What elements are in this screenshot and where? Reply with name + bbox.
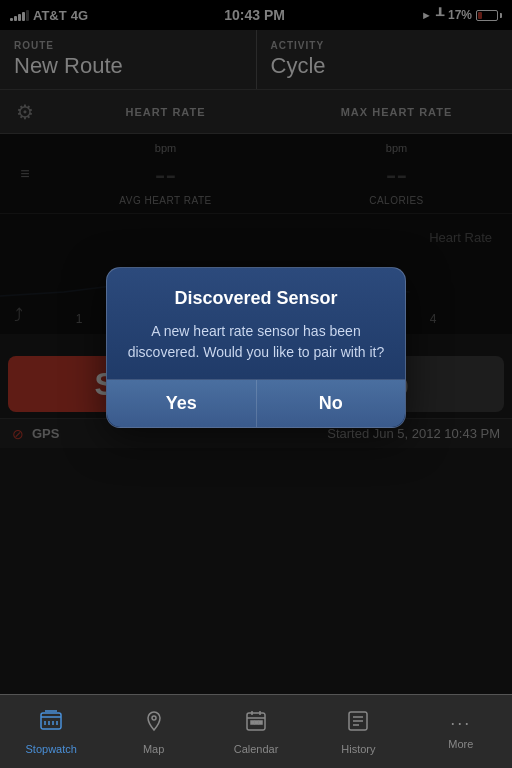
modal-message: A new heart rate sensor has been discove… — [127, 321, 385, 363]
map-icon — [142, 709, 166, 739]
tab-more[interactable]: ··· More — [410, 695, 512, 768]
modal-body: Discovered Sensor A new heart rate senso… — [107, 268, 405, 379]
svg-rect-14 — [259, 721, 262, 724]
tab-stopwatch[interactable]: Stopwatch — [0, 695, 102, 768]
tab-more-label: More — [448, 738, 473, 750]
calendar-icon — [244, 709, 268, 739]
modal-dialog: Discovered Sensor A new heart rate senso… — [106, 267, 406, 428]
tab-stopwatch-label: Stopwatch — [26, 743, 77, 755]
svg-rect-0 — [41, 713, 61, 729]
more-icon: ··· — [450, 713, 471, 734]
tab-history-label: History — [341, 743, 375, 755]
tab-map[interactable]: Map — [102, 695, 204, 768]
modal-no-button[interactable]: No — [257, 380, 406, 427]
tab-map-label: Map — [143, 743, 164, 755]
modal-title: Discovered Sensor — [127, 288, 385, 309]
stopwatch-icon — [39, 709, 63, 739]
tab-bar: Stopwatch Map Calendar — [0, 694, 512, 768]
svg-point-7 — [152, 716, 156, 720]
tab-calendar-label: Calendar — [234, 743, 279, 755]
modal-overlay: Discovered Sensor A new heart rate senso… — [0, 0, 512, 694]
tab-calendar[interactable]: Calendar — [205, 695, 307, 768]
history-icon — [346, 709, 370, 739]
tab-history[interactable]: History — [307, 695, 409, 768]
modal-yes-button[interactable]: Yes — [107, 380, 257, 427]
svg-rect-13 — [255, 721, 258, 724]
modal-buttons: Yes No — [107, 379, 405, 427]
svg-rect-12 — [251, 721, 254, 724]
